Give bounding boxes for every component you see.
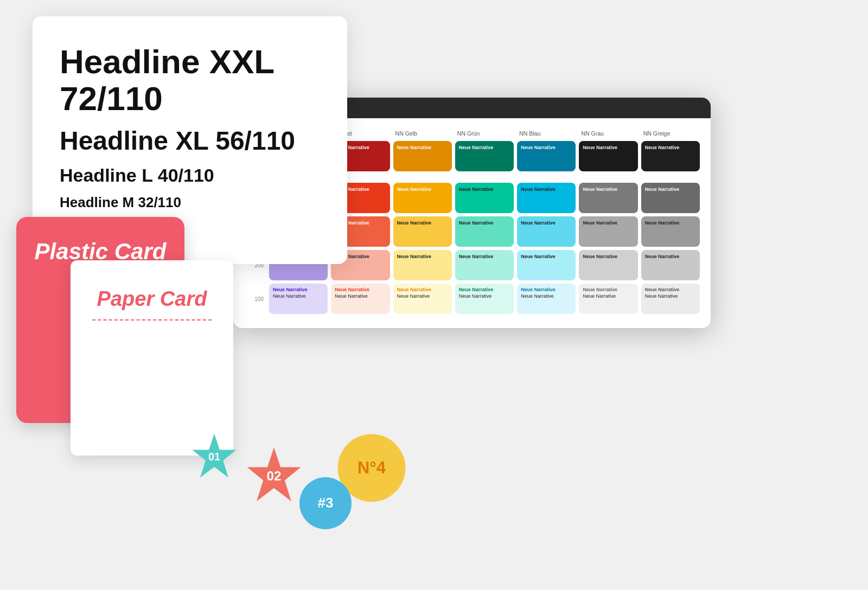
- color-grau-300: Neue Narrative: [579, 216, 637, 247]
- color-gruen-500: Neue Narrative: [455, 141, 514, 171]
- badge-01-text: 01: [208, 451, 220, 463]
- color-blau-300: Neue Narrative: [517, 216, 576, 247]
- color-gelb-300: Neue Narrative: [393, 216, 452, 247]
- typo-xl: Headline XL 56/110: [60, 127, 320, 156]
- color-gruen-400: Neue Narrative: [455, 183, 514, 213]
- badge-01: 01: [190, 433, 239, 482]
- badge-02-text: 02: [267, 469, 282, 483]
- paper-card-label: Paper Card: [92, 287, 212, 311]
- badge-02: 02: [244, 446, 304, 506]
- row-num-100: 100: [244, 284, 266, 314]
- color-blau-500: Neue Narrative: [517, 141, 576, 171]
- color-violett-100: Neue Narrative Neue Narrative: [269, 284, 328, 314]
- color-blau-200: Neue Narrative: [517, 250, 576, 280]
- color-gelb-400: Neue Narrative: [393, 183, 452, 213]
- color-gelb-200: Neue Narrative: [393, 250, 452, 280]
- typo-l: Headline L 40/110: [60, 165, 320, 185]
- paper-card-divider: [92, 319, 212, 320]
- color-gruen-300: Neue Narrative: [455, 216, 514, 247]
- color-grau-500: Neue Narrative: [579, 141, 637, 171]
- color-greige-100: Neue Narrative Neue Narrative: [641, 284, 700, 314]
- col-header-blau: NN Blau: [517, 130, 576, 137]
- color-grau-200: Neue Narrative: [579, 250, 637, 280]
- color-gruen-100: Neue Narrative Neue Narrative: [455, 284, 514, 314]
- color-gruen-200: Neue Narrative: [455, 250, 514, 280]
- color-gelb-100: Neue Narrative Neue Narrative: [393, 284, 452, 314]
- typo-m: Headline M 32/110: [60, 195, 320, 210]
- color-rot-100: Neue Narrative Neue Narrative: [331, 284, 390, 314]
- typo-xxl: Headline XXL 72/110: [60, 43, 320, 117]
- badge-03-text: #3: [318, 495, 334, 511]
- color-greige-400: Neue Narrative: [641, 183, 700, 213]
- color-blau-400: Neue Narrative: [517, 183, 576, 213]
- color-grau-400: Neue Narrative: [579, 183, 637, 213]
- color-gelb-500: Neue Narrative: [393, 141, 452, 171]
- col-header-gelb: NN Gelb: [393, 130, 452, 137]
- badge-03: #3: [298, 476, 353, 530]
- palette-row-100: 100 Neue Narrative Neue Narrative Neue N…: [244, 284, 700, 314]
- col-header-gruen: NN Grün: [455, 130, 514, 137]
- color-blau-100: Neue Narrative Neue Narrative: [517, 284, 576, 314]
- badge-04-text: N°4: [358, 458, 386, 477]
- color-greige-300: Neue Narrative: [641, 216, 700, 247]
- color-greige-200: Neue Narrative: [641, 250, 700, 280]
- color-greige-500: Neue Narrative: [641, 141, 700, 171]
- col-header-greige: NN Greige: [641, 130, 700, 137]
- color-grau-100: Neue Narrative Neue Narrative: [579, 284, 637, 314]
- col-header-grau: NN Grau: [579, 130, 637, 137]
- paper-card: Paper Card: [71, 260, 233, 456]
